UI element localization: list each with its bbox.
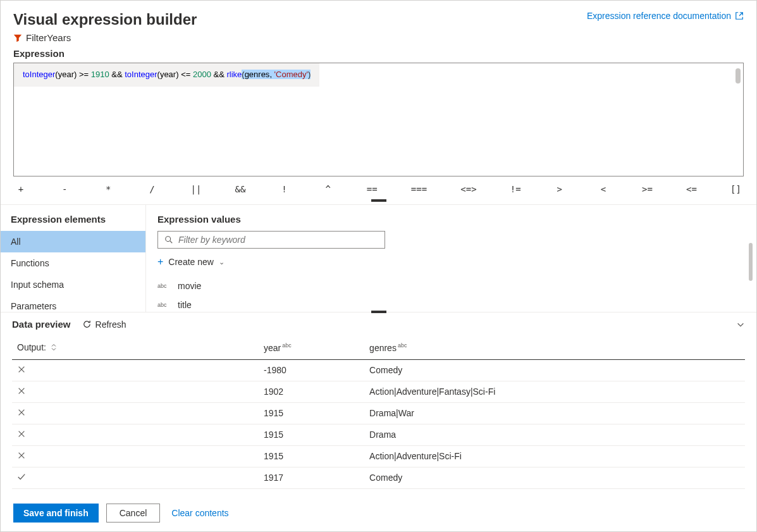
- expression-label: Expression: [1, 48, 756, 63]
- table-row: 1915Action|Adventure|Sci-Fi: [12, 445, 745, 467]
- create-new-button[interactable]: + Create new ⌄: [157, 256, 745, 268]
- header: Visual expression builder FilterYears Ex…: [1, 1, 756, 48]
- operator-<[interactable]: <: [596, 183, 611, 195]
- element-item-all[interactable]: All: [1, 231, 145, 252]
- table-row: 1915Drama|War: [12, 402, 745, 424]
- splitter-handle[interactable]: [371, 311, 386, 313]
- cross-icon: [17, 451, 26, 460]
- cross-icon: [17, 365, 26, 374]
- search-input[interactable]: [178, 235, 378, 245]
- operator->=[interactable]: >=: [639, 183, 655, 195]
- operator-*[interactable]: *: [101, 183, 116, 195]
- values-title: Expression values: [157, 214, 745, 231]
- element-item-input-schema[interactable]: Input schema: [1, 274, 145, 295]
- external-link-icon: [735, 11, 744, 20]
- preview-table: Output:yearabcgenresabc -1980Comedy1902A…: [12, 336, 745, 489]
- operator--[interactable]: -: [57, 183, 72, 195]
- operator-===[interactable]: ===: [409, 183, 429, 195]
- column-header-genres[interactable]: genresabc: [364, 336, 745, 359]
- operator-+[interactable]: +: [13, 183, 28, 195]
- operator-<=[interactable]: <=: [684, 183, 699, 195]
- refresh-icon: [82, 319, 92, 329]
- filter-icon: [13, 34, 22, 42]
- column-header-year[interactable]: yearabc: [259, 336, 364, 359]
- operator-[][interactable]: []: [728, 183, 744, 195]
- filter-name: FilterYears: [26, 32, 71, 43]
- values-search[interactable]: [157, 231, 385, 249]
- operator-![interactable]: !: [277, 183, 292, 195]
- clear-contents-button[interactable]: Clear contents: [171, 508, 228, 518]
- operator->[interactable]: >: [552, 183, 567, 195]
- refresh-button[interactable]: Refresh: [82, 319, 126, 330]
- expression-elements-panel: Expression elements AllFunctionsInput sc…: [1, 205, 146, 312]
- table-row: 1915Drama: [12, 424, 745, 445]
- doc-link[interactable]: Expression reference documentation: [587, 11, 744, 21]
- check-icon: [17, 473, 26, 481]
- chevron-down-icon[interactable]: [736, 320, 745, 329]
- value-item[interactable]: abcmovie: [157, 276, 745, 295]
- sort-icon: [50, 343, 58, 351]
- plus-icon: +: [157, 256, 163, 268]
- operator-==[interactable]: ==: [364, 183, 380, 195]
- editor-scrollbar[interactable]: [735, 68, 741, 84]
- preview-title: Data preview: [12, 319, 71, 330]
- cross-icon: [17, 430, 26, 438]
- page-title: Visual expression builder: [13, 11, 197, 28]
- output-header[interactable]: Output:: [17, 342, 254, 352]
- search-icon: [164, 235, 173, 244]
- operator-!=[interactable]: !=: [508, 183, 524, 195]
- operator-<=>[interactable]: <=>: [458, 183, 479, 195]
- operator-toolbar: +-*/||&&!^=====<=>!=><>=<=[]: [1, 176, 756, 204]
- value-item[interactable]: abctitle: [157, 295, 745, 314]
- footer: Save and finish Cancel Clear contents: [1, 495, 756, 531]
- values-scrollbar[interactable]: [749, 243, 753, 281]
- svg-line-1: [170, 241, 173, 244]
- operator-/[interactable]: /: [144, 183, 159, 195]
- element-item-parameters[interactable]: Parameters: [1, 295, 145, 317]
- table-row: 1917Comedy: [12, 467, 745, 488]
- cross-icon: [17, 387, 26, 395]
- element-item-functions[interactable]: Functions: [1, 252, 145, 274]
- operator-&&[interactable]: &&: [233, 183, 249, 195]
- operator-||[interactable]: ||: [188, 183, 204, 195]
- type-badge: abc: [157, 283, 171, 289]
- operator-^[interactable]: ^: [321, 183, 336, 195]
- table-row: -1980Comedy: [12, 359, 745, 381]
- data-preview-panel: Data preview Refresh Output:yearabcgenre…: [1, 312, 756, 495]
- expression-editor[interactable]: toInteger(year) >= 1910 && toInteger(yea…: [13, 63, 744, 176]
- elements-title: Expression elements: [1, 205, 145, 231]
- type-badge: abc: [157, 302, 171, 308]
- expression-values-panel: Expression values + Create new ⌄ abcmovi…: [146, 205, 756, 312]
- cross-icon: [17, 408, 26, 417]
- table-row: 1902Action|Adventure|Fantasy|Sci-Fi: [12, 381, 745, 402]
- chevron-down-icon: ⌄: [219, 258, 225, 266]
- save-button[interactable]: Save and finish: [13, 504, 99, 523]
- svg-point-0: [166, 237, 171, 242]
- cancel-button[interactable]: Cancel: [106, 504, 161, 523]
